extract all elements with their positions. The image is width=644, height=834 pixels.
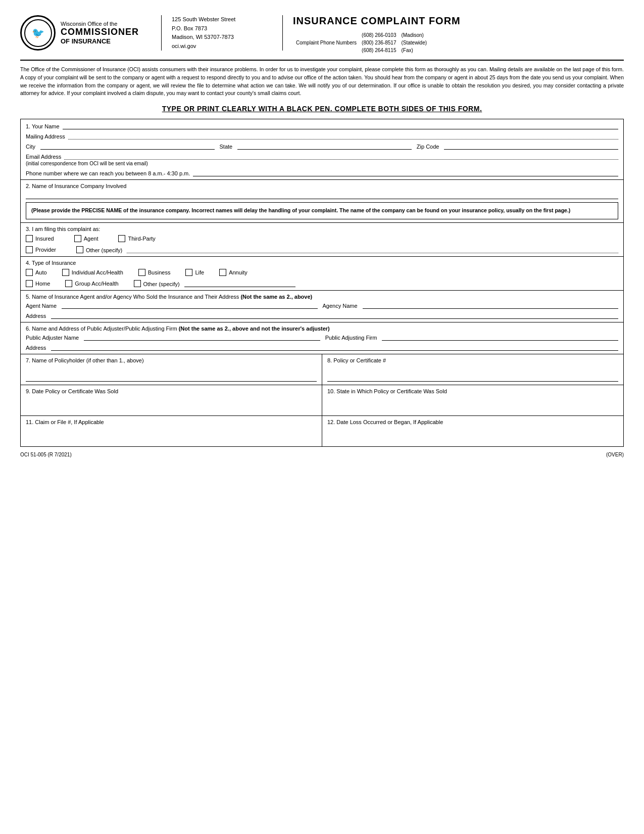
q4-individual-checkbox[interactable]: [62, 269, 69, 276]
q1-phone-label: Phone number where we can reach you betw…: [26, 170, 190, 176]
phone3-label: (Fax): [399, 47, 429, 54]
q4-business-checkbox[interactable]: [138, 269, 145, 276]
address-area: 125 South Webster Street P.O. Box 7873 M…: [172, 15, 283, 51]
q1-mailing-label: Mailing Address: [26, 133, 65, 140]
q4-group: Group Acc/Health: [65, 280, 118, 287]
q5-agency-field[interactable]: [363, 302, 618, 309]
q2-notice: (Please provide the PRECISE NAME of the …: [26, 202, 618, 219]
phone2: (800) 236-8517: [360, 39, 398, 46]
q3-provider-label: Provider: [35, 247, 56, 253]
phone-table: Complaint Phone Numbers (608) 266-0103 (…: [293, 31, 430, 55]
title-area: INSURANCE COMPLAINT FORM Complaint Phone…: [293, 15, 624, 55]
address-line3: Madison, WI 53707-7873: [172, 33, 272, 42]
q6-firm-field[interactable]: [382, 334, 618, 341]
page-header: 🐦 Wisconsin Office of the COMMISSIONER O…: [20, 15, 624, 61]
q5-label: 5. Name of Insurance Agent and/or Agency…: [26, 294, 239, 300]
q12-field[interactable]: [327, 428, 618, 443]
q10-field[interactable]: [327, 397, 618, 412]
q9-field[interactable]: [26, 397, 317, 412]
q3-agent-label: Agent: [84, 236, 98, 242]
agency-name: Wisconsin Office of the COMMISSIONER OF …: [61, 21, 139, 45]
q2-notice-text: (Please provide the PRECISE NAME of the …: [31, 207, 570, 213]
q3-other: Other (specify): [76, 246, 618, 253]
q1-email-field[interactable]: [64, 153, 618, 160]
q6-label: 6. Name and Address of Public Adjuster/P…: [26, 326, 177, 332]
q8-label: 8. Policy or Certificate #: [327, 357, 618, 363]
q4-home: Home: [26, 280, 50, 287]
q3-third-party: Third-Party: [118, 235, 155, 242]
q10-label: 10. State in Which Policy or Certificate…: [327, 388, 618, 394]
q4-label: 4. Type of Insurance: [26, 260, 76, 266]
phone1-label: (Madison): [399, 32, 429, 38]
q8-section: 8. Policy or Certificate #: [322, 354, 624, 385]
logo-circle: 🐦: [20, 15, 56, 51]
q4-auto-label: Auto: [35, 269, 47, 275]
q1-name-field[interactable]: [63, 122, 618, 129]
q3-insured-checkbox[interactable]: [26, 235, 33, 242]
q6-address-label: Address: [26, 345, 46, 351]
q12-label: 12. Date Loss Occurred or Began, If Appl…: [327, 419, 618, 425]
q7-label: 7. Name of Policyholder (if other than 1…: [26, 357, 317, 363]
q3-section: 3. I am filing this complaint as: Insure…: [21, 222, 624, 256]
q3-agent-checkbox[interactable]: [74, 235, 81, 242]
q4-other-checkbox[interactable]: [134, 280, 141, 287]
q4-business: Business: [138, 269, 171, 276]
logo-inner: 🐦: [24, 19, 52, 47]
q2-company-field[interactable]: [26, 192, 618, 199]
logo-area: 🐦 Wisconsin Office of the COMMISSIONER O…: [20, 15, 162, 51]
phone1: (608) 266-0103: [360, 32, 398, 38]
q4-annuity-checkbox[interactable]: [219, 269, 226, 276]
q4-business-label: Business: [148, 269, 171, 275]
q4-home-checkbox[interactable]: [26, 280, 33, 287]
q5-agency-label: Agency Name: [323, 303, 358, 309]
q5-address-field[interactable]: [51, 312, 618, 319]
q6-adjuster-field[interactable]: [84, 334, 320, 341]
q3-provider-checkbox[interactable]: [26, 246, 33, 253]
q5-address-label: Address: [26, 313, 46, 319]
q12-section: 12. Date Loss Occurred or Began, If Appl…: [322, 415, 624, 446]
q1-state-field[interactable]: [237, 143, 412, 150]
q1-name-label: 1. Your Name: [26, 123, 60, 129]
main-instruction: TYPE OR PRINT CLEARLY WITH A BLACK PEN. …: [20, 105, 624, 113]
agency-line1: Wisconsin Office of the: [61, 21, 139, 27]
q3-other-label: Other (specify): [86, 247, 122, 253]
q4-annuity-label: Annuity: [229, 269, 247, 275]
q1-state-label: State: [220, 144, 233, 150]
q3-provider: Provider: [26, 246, 56, 253]
q3-label: 3. I am filing this complaint as:: [26, 226, 100, 232]
q11-field[interactable]: [26, 428, 317, 443]
q4-life-label: Life: [195, 269, 204, 275]
q4-life: Life: [185, 269, 204, 276]
q1-mailing-field[interactable]: [68, 132, 618, 140]
q1-city-field[interactable]: [40, 143, 215, 150]
form-number: OCI 51-005 (R 7/2021): [20, 452, 72, 457]
q6-bold: (Not the same as 2., above and not the i…: [179, 326, 330, 332]
q4-other-field[interactable]: [184, 280, 295, 287]
q3-other-checkbox[interactable]: [76, 246, 83, 253]
q10-section: 10. State in Which Policy or Certificate…: [322, 385, 624, 415]
q5-section: 5. Name of Insurance Agent and/or Agency…: [21, 290, 624, 322]
address-line4: oci.wi.gov: [172, 42, 272, 51]
q4-auto-checkbox[interactable]: [26, 269, 33, 276]
q1-email-note: (initial correspondence from OCI will be…: [26, 161, 148, 166]
q1-zip-field[interactable]: [444, 143, 618, 150]
q4-group-checkbox[interactable]: [65, 280, 72, 287]
q4-life-checkbox[interactable]: [185, 269, 192, 276]
q9-label: 9. Date Policy or Certificate Was Sold: [26, 388, 317, 394]
q5-agent-field[interactable]: [62, 302, 317, 309]
q6-address-field[interactable]: [51, 344, 618, 351]
q4-home-label: Home: [35, 281, 50, 287]
q4-other-label: Other (specify): [143, 281, 180, 287]
q7-section: 7. Name of Policyholder (if other than 1…: [21, 354, 322, 385]
q4-individual: Individual Acc/Health: [62, 269, 123, 276]
address-line1: 125 South Webster Street: [172, 15, 272, 24]
q6-section: 6. Name and Address of Public Adjuster/P…: [21, 322, 624, 354]
agency-line3: OF INSURANCE: [61, 37, 139, 45]
q4-individual-label: Individual Acc/Health: [72, 269, 123, 275]
q3-other-field[interactable]: [127, 246, 618, 253]
q8-field[interactable]: [327, 366, 618, 382]
q2-section: 2. Name of Insurance Company Involved (P…: [21, 180, 624, 223]
q3-third-party-checkbox[interactable]: [118, 235, 125, 242]
q7-field[interactable]: [26, 366, 317, 382]
q1-phone-field[interactable]: [193, 169, 618, 176]
